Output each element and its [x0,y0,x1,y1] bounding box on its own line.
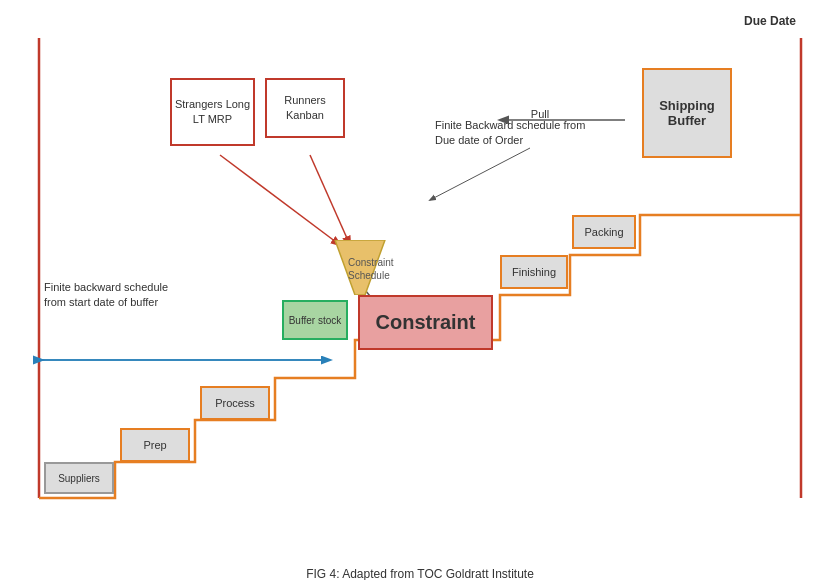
finite-backward-order-label: Finite Backward schedule from Due date o… [435,118,590,149]
diagram-container: Due Date Suppliers Prep Process Buffer s… [0,0,840,560]
svg-line-5 [310,155,350,245]
process-box: Process [200,386,270,420]
strangers-box: Strangers Long LT MRP [170,78,255,146]
constraint-box: Constraint [358,295,493,350]
shipping-buffer-box: Shipping Buffer [642,68,732,158]
buffer-stock-box: Buffer stock [282,300,348,340]
finishing-box: Finishing [500,255,568,289]
due-date-label: Due Date [744,14,796,28]
packing-box: Packing [572,215,636,249]
constraint-schedule-label: Constraint Schedule [348,256,428,282]
svg-line-4 [220,155,340,245]
figure-caption: FIG 4: Adapted from TOC Goldratt Institu… [0,560,840,580]
suppliers-box: Suppliers [44,462,114,494]
pull-label: Pull [510,108,570,120]
svg-line-8 [430,148,530,200]
runners-box: Runners Kanban [265,78,345,138]
prep-box: Prep [120,428,190,462]
finite-backward-buffer-label: Finite backward schedule from start date… [44,280,169,311]
